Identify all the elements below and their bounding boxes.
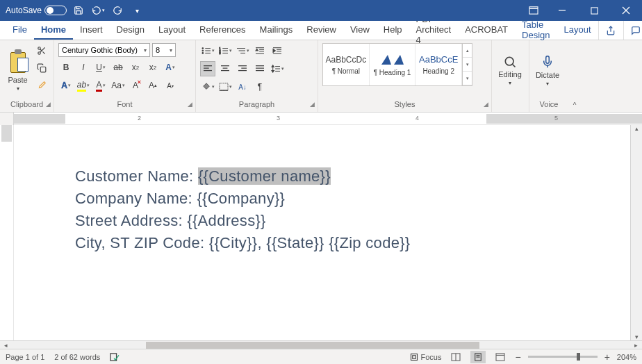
font-dialog-launcher[interactable]: ◢ — [188, 101, 192, 108]
font-color-button[interactable]: A▾ — [93, 78, 108, 93]
styles-scroll-up[interactable]: ▴ — [463, 44, 472, 58]
toggle-off-icon — [44, 6, 67, 15]
document-page[interactable]: Customer Name: {{Customer name}} Company… — [21, 125, 616, 340]
tab-help[interactable]: Help — [377, 21, 409, 40]
spell-check-status[interactable] — [110, 353, 120, 361]
tab-references[interactable]: References — [192, 21, 252, 40]
highlight-button[interactable]: ab▾ — [76, 78, 91, 93]
underline-button[interactable]: U▾ — [93, 60, 108, 75]
focus-mode-button[interactable]: Focus — [410, 353, 442, 361]
multilevel-list-button[interactable]: ▾ — [235, 43, 250, 58]
styles-expand[interactable]: ▾ — [463, 72, 472, 85]
decrease-indent-button[interactable] — [252, 43, 268, 58]
zoom-in-button[interactable]: + — [604, 351, 610, 363]
maximize-button[interactable] — [578, 0, 610, 21]
paste-button[interactable]: Paste ▾ — [4, 43, 31, 97]
zoom-level[interactable]: 204% — [617, 353, 636, 361]
increase-indent-button[interactable] — [270, 43, 285, 58]
editing-button[interactable]: Editing▾ — [496, 43, 524, 97]
ribbon-display-options-button[interactable] — [521, 0, 546, 21]
text-effects-button[interactable]: A▾ — [163, 60, 178, 75]
tab-design[interactable]: Design — [110, 21, 151, 40]
tab-view[interactable]: View — [343, 21, 377, 40]
bold-button[interactable]: B — [58, 60, 74, 75]
superscript-button[interactable]: x2 — [145, 60, 160, 75]
style-heading2[interactable]: AaBbCcEHeading 2 — [415, 44, 462, 85]
svg-rect-3 — [591, 7, 597, 13]
doc-line-1[interactable]: Customer Name: {{Customer name}} — [75, 165, 616, 188]
align-center-button[interactable] — [217, 61, 233, 76]
save-button[interactable] — [71, 3, 86, 18]
paragraph-dialog-launcher[interactable]: ◢ — [310, 101, 315, 108]
tab-layout[interactable]: Layout — [151, 21, 192, 40]
zoom-out-button[interactable]: − — [515, 351, 520, 363]
styles-dialog-launcher[interactable]: ◢ — [484, 101, 488, 108]
clipboard-dialog-launcher[interactable]: ◢ — [46, 101, 51, 108]
doc-line-3[interactable]: Street Address: {{Address}} — [75, 210, 616, 232]
qat-customize-button[interactable]: ▾ — [129, 3, 145, 18]
vertical-scrollbar[interactable]: ▴▾ — [630, 125, 642, 340]
page-number-status[interactable]: Page 1 of 1 — [6, 353, 44, 361]
collapse-ribbon-button[interactable]: ^ — [568, 40, 581, 112]
change-case-button[interactable]: Aa▾ — [110, 78, 126, 93]
style-normal[interactable]: AaBbCcDc¶ Normal — [323, 44, 370, 85]
tab-mailings[interactable]: Mailings — [253, 21, 300, 40]
dictate-button[interactable]: Dictate▾ — [534, 43, 561, 97]
tab-table-layout[interactable]: Layout — [557, 21, 598, 40]
comments-button[interactable] — [623, 21, 642, 40]
show-marks-button[interactable]: ¶ — [252, 79, 268, 94]
shrink-font-button[interactable]: A▾ — [163, 78, 178, 93]
minimize-button[interactable] — [546, 0, 578, 21]
grow-font-button[interactable]: A▴ — [145, 78, 160, 93]
undo-button[interactable]: ▾ — [90, 3, 106, 18]
tab-table-design[interactable]: Table Design — [515, 21, 557, 40]
font-size-select[interactable]: 8▾ — [152, 43, 176, 57]
svg-point-15 — [202, 50, 204, 51]
bullets-button[interactable]: ▾ — [200, 43, 215, 58]
shading-button[interactable]: ▾ — [200, 79, 215, 94]
print-layout-button[interactable] — [470, 351, 486, 363]
align-right-button[interactable] — [235, 61, 250, 76]
zoom-slider[interactable] — [528, 356, 598, 358]
tab-file[interactable]: File — [6, 21, 34, 40]
tab-home[interactable]: Home — [34, 21, 73, 40]
sort-button[interactable]: A↓ — [235, 79, 250, 94]
font-outline-button[interactable]: A▾ — [58, 78, 74, 93]
copy-button[interactable] — [34, 60, 49, 76]
tab-review[interactable]: Review — [299, 21, 343, 40]
svg-point-7 — [38, 47, 41, 50]
cut-button[interactable] — [34, 43, 49, 58]
align-left-button[interactable] — [200, 61, 215, 76]
doc-line-4[interactable]: City, ST ZIP Code: {{City}}, {{State}} {… — [75, 232, 616, 254]
clear-formatting-button[interactable]: A✕ — [128, 78, 143, 93]
title-bar: AutoSave ▾ ▾ — [0, 0, 642, 21]
style-heading1[interactable]: ¶ Heading 1 — [370, 44, 416, 85]
scrollbar-thumb[interactable] — [146, 342, 479, 349]
tab-insert[interactable]: Insert — [73, 21, 110, 40]
line-spacing-button[interactable]: ▾ — [270, 61, 285, 76]
vertical-ruler[interactable] — [0, 125, 14, 340]
read-mode-button[interactable] — [448, 351, 463, 363]
italic-button[interactable]: I — [76, 60, 91, 75]
tab-pdf-architect[interactable]: PDF Architect 4 — [409, 21, 459, 40]
word-count-status[interactable]: 2 of 62 words — [54, 353, 100, 361]
styles-gallery[interactable]: AaBbCcDc¶ Normal ¶ Heading 1 AaBbCcEHead… — [322, 43, 472, 86]
strikethrough-button[interactable]: ab — [110, 60, 126, 75]
styles-scroll-down[interactable]: ▾ — [463, 58, 472, 72]
group-font: Century Gothic (Body)▾ 8▾ B I U▾ ab x2 x… — [54, 40, 196, 112]
format-painter-button[interactable] — [34, 78, 49, 93]
justify-button[interactable] — [252, 61, 268, 76]
web-layout-button[interactable] — [493, 351, 508, 363]
subscript-button[interactable]: x2 — [128, 60, 143, 75]
font-name-select[interactable]: Century Gothic (Body)▾ — [58, 43, 150, 57]
horizontal-ruler[interactable]: 2 3 4 5 — [14, 113, 642, 125]
redo-button[interactable] — [110, 3, 125, 18]
borders-button[interactable]: ▾ — [217, 79, 233, 94]
horizontal-scrollbar[interactable]: ◂ ▸ — [0, 340, 642, 349]
close-button[interactable] — [610, 0, 642, 21]
autosave-toggle[interactable]: AutoSave — [6, 6, 67, 15]
share-button[interactable] — [598, 21, 623, 40]
tab-acrobat[interactable]: ACROBAT — [458, 21, 515, 40]
numbering-button[interactable]: 123▾ — [217, 43, 233, 58]
doc-line-2[interactable]: Company Name: {{Company}} — [75, 188, 616, 210]
